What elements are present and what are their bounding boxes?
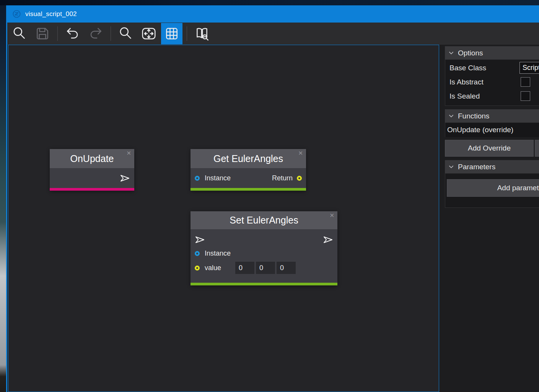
desktop-background-top bbox=[0, 0, 539, 5]
add-parameter-button[interactable]: Add parameter bbox=[447, 179, 539, 197]
save-button[interactable] bbox=[32, 23, 53, 44]
parameters-section-header[interactable]: Parameters bbox=[445, 160, 539, 173]
is-abstract-row: Is Abstract bbox=[445, 75, 539, 89]
function-item-label: OnUpdate (override) bbox=[447, 126, 513, 134]
node-set-body: Instance value bbox=[191, 229, 337, 283]
toolbar-separator bbox=[57, 26, 58, 41]
exec-output-pin-icon[interactable] bbox=[120, 174, 130, 182]
chevron-down-icon bbox=[448, 164, 454, 170]
toolbar-separator bbox=[187, 26, 187, 41]
value-x-field[interactable] bbox=[235, 262, 254, 274]
app-logo-icon bbox=[12, 10, 21, 18]
is-abstract-label: Is Abstract bbox=[449, 78, 484, 86]
toolbar bbox=[7, 23, 539, 45]
value-y-field[interactable] bbox=[256, 262, 275, 274]
fit-view-icon bbox=[141, 26, 157, 42]
node-title: Set EulerAngles bbox=[230, 215, 298, 226]
fit-view-button[interactable] bbox=[138, 23, 160, 44]
window-content: OnUpdate ✕ Get EulerAngles ✕ bbox=[7, 45, 539, 392]
close-icon[interactable]: ✕ bbox=[298, 150, 303, 156]
node-onupdate[interactable]: OnUpdate ✕ bbox=[50, 149, 134, 191]
value-vector-fields bbox=[235, 262, 296, 274]
search-icon bbox=[11, 26, 28, 42]
node-onupdate-header[interactable]: OnUpdate ✕ bbox=[50, 149, 134, 168]
is-abstract-checkbox[interactable] bbox=[521, 77, 530, 87]
base-class-row: Base Class bbox=[445, 61, 539, 75]
options-section-header[interactable]: Options bbox=[445, 46, 539, 60]
node-get-header[interactable]: Get EulerAngles ✕ bbox=[191, 149, 306, 168]
section-title: Parameters bbox=[458, 163, 495, 171]
value-z-field[interactable] bbox=[277, 262, 296, 274]
redo-button[interactable] bbox=[85, 23, 106, 44]
is-sealed-row: Is Sealed bbox=[445, 89, 539, 103]
title-bar[interactable]: visual_script_002 bbox=[7, 5, 539, 23]
chevron-down-icon bbox=[448, 113, 454, 119]
add-override-button[interactable]: Add Override bbox=[445, 140, 534, 157]
toolbar-separator bbox=[111, 26, 111, 41]
node-onupdate-body bbox=[50, 168, 134, 188]
function-list-item[interactable]: OnUpdate (override) bbox=[445, 123, 539, 137]
visual-script-editor-window: visual_script_002 bbox=[6, 5, 539, 392]
grid-snap-button[interactable] bbox=[161, 23, 182, 44]
is-sealed-label: Is Sealed bbox=[449, 92, 480, 100]
functions-buttons-row: Add Override bbox=[445, 140, 539, 157]
node-get-eulerangles[interactable]: Get EulerAngles ✕ Instance Return bbox=[191, 149, 306, 191]
node-title: OnUpdate bbox=[70, 153, 114, 164]
is-sealed-checkbox[interactable] bbox=[521, 91, 530, 101]
documentation-button[interactable] bbox=[191, 23, 213, 44]
port-label: Return bbox=[272, 174, 293, 182]
node-set-eulerangles[interactable]: Set EulerAngles ✕ Instance bbox=[191, 211, 337, 285]
functions-section-header[interactable]: Functions bbox=[445, 109, 539, 123]
base-class-field[interactable] bbox=[519, 62, 539, 74]
search-button[interactable] bbox=[9, 23, 30, 44]
port-label: Instance bbox=[205, 249, 231, 258]
return-output-pin[interactable] bbox=[297, 176, 302, 181]
save-icon bbox=[34, 26, 50, 42]
window-title: visual_script_002 bbox=[25, 10, 77, 18]
node-set-header[interactable]: Set EulerAngles ✕ bbox=[191, 211, 337, 229]
node-canvas[interactable]: OnUpdate ✕ Get EulerAngles ✕ bbox=[8, 45, 439, 392]
zoom-search-icon bbox=[118, 26, 134, 42]
exec-input-pin-icon[interactable] bbox=[195, 236, 205, 244]
value-input-pin[interactable] bbox=[195, 266, 200, 271]
documentation-book-icon bbox=[194, 26, 210, 42]
section-title: Options bbox=[458, 49, 483, 57]
undo-button[interactable] bbox=[62, 23, 83, 44]
node-title: Get EulerAngles bbox=[213, 153, 283, 164]
close-icon[interactable]: ✕ bbox=[329, 212, 334, 218]
grid-snap-icon bbox=[164, 26, 180, 42]
base-class-label: Base Class bbox=[449, 64, 486, 72]
redo-icon bbox=[88, 26, 104, 42]
options-section-body: Base Class Is Abstract Is Sealed bbox=[445, 60, 539, 106]
desktop-background-left bbox=[0, 5, 6, 392]
port-label: Instance bbox=[205, 174, 231, 182]
zoom-search-button[interactable] bbox=[115, 23, 137, 44]
section-title: Functions bbox=[458, 112, 489, 120]
close-icon[interactable]: ✕ bbox=[126, 150, 131, 156]
chevron-down-icon bbox=[448, 50, 454, 56]
node-accent-bar bbox=[50, 188, 134, 191]
instance-input-pin[interactable] bbox=[195, 176, 200, 181]
port-label: value bbox=[205, 264, 221, 272]
node-accent-bar bbox=[191, 188, 306, 191]
exec-output-pin-icon[interactable] bbox=[323, 236, 333, 244]
node-accent-bar bbox=[191, 283, 337, 285]
add-function-button[interactable] bbox=[535, 140, 539, 157]
properties-panel: Options Base Class Is Abstract Is Sealed bbox=[445, 46, 539, 208]
undo-icon bbox=[65, 26, 81, 42]
parameters-section-body: Add parameter bbox=[445, 173, 539, 208]
instance-input-pin[interactable] bbox=[195, 251, 200, 256]
node-get-body: Instance Return bbox=[191, 168, 306, 188]
